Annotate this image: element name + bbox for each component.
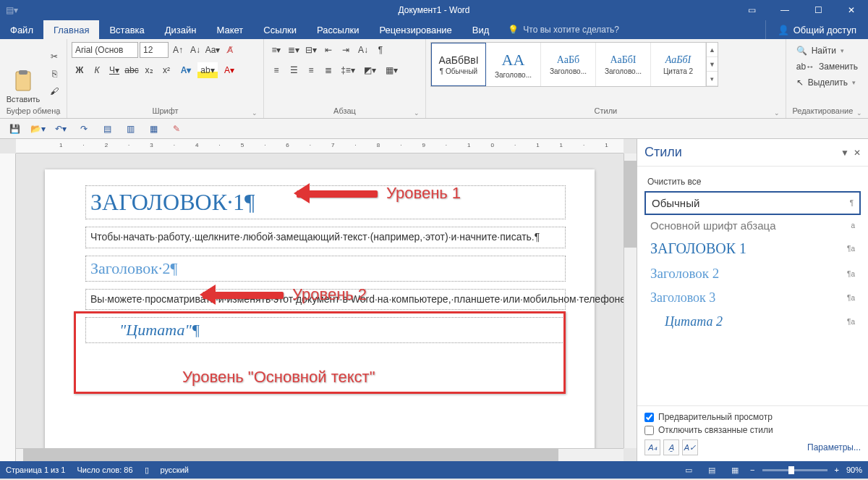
- show-marks-button[interactable]: ¶: [373, 42, 388, 58]
- tab-file[interactable]: Файл: [0, 20, 43, 39]
- highlight-button[interactable]: ab▾: [197, 62, 218, 78]
- ribbon-display-options-icon[interactable]: ▭: [735, 0, 768, 20]
- page[interactable]: ЗАГОЛОВОК·1¶ Чтобы·начать·работу,·щелкни…: [45, 169, 595, 461]
- style-row-normal[interactable]: Обычный¶: [644, 191, 861, 215]
- horizontal-scrollbar[interactable]: [16, 448, 624, 461]
- align-right-button[interactable]: ≡: [303, 62, 319, 78]
- heading2-text[interactable]: Заголовок·2¶: [90, 259, 561, 278]
- close-button[interactable]: ✕: [835, 0, 868, 20]
- zoom-in-button[interactable]: +: [835, 466, 839, 474]
- clear-format-button[interactable]: ✎: [168, 120, 185, 138]
- font-size-combo[interactable]: 12: [140, 42, 169, 58]
- tab-view[interactable]: Вид: [462, 20, 500, 39]
- new-button[interactable]: ▤: [98, 120, 116, 138]
- style-row-default-font[interactable]: Основной шрифт абзацаa: [644, 215, 861, 236]
- style-row-h3[interactable]: Заголовок 3¶a: [644, 286, 861, 310]
- vertical-scrollbar[interactable]: [624, 153, 637, 448]
- style-row-h2[interactable]: Заголовок 2¶a: [644, 261, 861, 286]
- qat-button-1[interactable]: ▥: [122, 120, 139, 138]
- zoom-out-button[interactable]: −: [750, 466, 754, 474]
- select-button[interactable]: ↖Выделить▾: [796, 75, 858, 90]
- tab-insert[interactable]: Вставка: [99, 20, 154, 39]
- style-quote2[interactable]: АаБбІ Цитата 2: [651, 43, 706, 86]
- strikethrough-button[interactable]: abc: [124, 62, 140, 78]
- pane-close-icon[interactable]: ✕: [854, 148, 861, 158]
- read-mode-icon[interactable]: ▭: [681, 463, 697, 476]
- replace-button[interactable]: ab↔Заменить: [796, 59, 858, 74]
- font-color-button[interactable]: A▾: [219, 62, 239, 78]
- language-indicator[interactable]: русский: [161, 466, 189, 474]
- style-row-quote2[interactable]: Цитата 2¶a: [644, 310, 861, 334]
- share-button[interactable]: 👤 Общий доступ: [765, 20, 868, 39]
- print-layout-icon[interactable]: ▤: [704, 463, 720, 476]
- align-center-button[interactable]: ☰: [286, 62, 302, 78]
- justify-button[interactable]: ≣: [320, 62, 336, 78]
- options-link[interactable]: Параметры...: [807, 442, 861, 452]
- chevron-up-icon[interactable]: ▲: [707, 43, 718, 57]
- ribbon-options-icon[interactable]: ▤▾: [6, 5, 18, 15]
- format-painter-button[interactable]: 🖌: [46, 83, 62, 99]
- borders-button[interactable]: ▦▾: [381, 62, 401, 78]
- zoom-level[interactable]: 90%: [846, 466, 862, 474]
- font-name-combo[interactable]: Arial (Основ: [72, 42, 138, 58]
- web-layout-icon[interactable]: ▦: [727, 463, 743, 476]
- style-heading1[interactable]: AA Заголово...: [486, 43, 541, 86]
- word-count[interactable]: Число слов: 86: [77, 466, 132, 474]
- style-heading3[interactable]: АаБбІ Заголово...: [596, 43, 651, 86]
- spellcheck-icon[interactable]: ▯: [145, 466, 149, 475]
- bullets-button[interactable]: ≡▾: [268, 42, 284, 58]
- page-indicator[interactable]: Страница 1 из 1: [6, 466, 65, 474]
- minimize-button[interactable]: —: [768, 0, 801, 20]
- manage-styles-icon[interactable]: A✓: [682, 439, 698, 455]
- bold-button[interactable]: Ж: [72, 62, 88, 78]
- tab-design[interactable]: Дизайн: [155, 20, 207, 39]
- superscript-button[interactable]: x²: [158, 62, 174, 78]
- tab-references[interactable]: Ссылки: [253, 20, 307, 39]
- paste-button[interactable]: Вставить: [4, 42, 42, 105]
- copy-button[interactable]: ⎘: [46, 66, 62, 82]
- pane-dropdown-icon[interactable]: ▼: [841, 148, 849, 158]
- tab-review[interactable]: Рецензирование: [369, 20, 461, 39]
- styles-gallery[interactable]: АаБбВвІ ¶ Обычный AA Заголово... АаБб За…: [430, 42, 718, 87]
- save-button[interactable]: 💾: [6, 120, 23, 138]
- italic-button[interactable]: К: [89, 62, 105, 78]
- document-scroll[interactable]: ЗАГОЛОВОК·1¶ Чтобы·начать·работу,·щелкни…: [16, 153, 624, 461]
- preview-checkbox[interactable]: Предварительный просмотр: [644, 412, 861, 422]
- tab-home[interactable]: Главная: [43, 20, 99, 39]
- horizontal-ruler[interactable]: 1·2·3·4·5·6·7·8·9·10·11·12·13·14·15·16·1…: [16, 139, 624, 153]
- expand-gallery-icon[interactable]: ▾: [707, 72, 718, 86]
- shading-button[interactable]: ◩▾: [359, 62, 380, 78]
- disable-linked-checkbox[interactable]: Отключить связанные стили: [644, 425, 861, 435]
- decrease-indent-button[interactable]: ⇤: [320, 42, 336, 58]
- multilevel-button[interactable]: ⊟▾: [303, 42, 319, 58]
- maximize-button[interactable]: ☐: [801, 0, 835, 20]
- style-row-h1[interactable]: ЗАГОЛОВОК 1¶a: [644, 236, 861, 261]
- open-button[interactable]: 📂▾: [29, 120, 46, 138]
- find-button[interactable]: 🔍Найти▾: [796, 43, 858, 58]
- style-inspector-icon[interactable]: A̱: [663, 439, 679, 455]
- redo-button[interactable]: ↷: [75, 120, 93, 138]
- vertical-ruler[interactable]: [0, 153, 16, 461]
- style-normal[interactable]: АаБбВвІ ¶ Обычный: [431, 43, 486, 86]
- body1-text[interactable]: Чтобы·начать·работу,·щелкните·любой·заме…: [90, 230, 561, 245]
- numbering-button[interactable]: ≣▾: [286, 42, 302, 58]
- undo-button[interactable]: ↶▾: [52, 120, 69, 138]
- subscript-button[interactable]: x₂: [141, 62, 157, 78]
- underline-button[interactable]: Ч▾: [106, 62, 122, 78]
- tab-mailings[interactable]: Рассылки: [307, 20, 369, 39]
- chevron-down-icon[interactable]: ▼: [707, 57, 718, 72]
- clear-all-button[interactable]: Очистить все: [644, 172, 861, 191]
- cut-button[interactable]: ✂: [46, 49, 62, 64]
- align-left-button[interactable]: ≡: [268, 62, 284, 78]
- grow-font-button[interactable]: A↑: [170, 42, 186, 58]
- shrink-font-button[interactable]: A↓: [187, 42, 203, 58]
- tab-layout[interactable]: Макет: [206, 20, 253, 39]
- styles-gallery-more[interactable]: ▲ ▼ ▾: [706, 43, 718, 86]
- zoom-slider[interactable]: [762, 469, 827, 471]
- sort-button[interactable]: A↓: [355, 42, 371, 58]
- new-style-icon[interactable]: A₄: [644, 439, 660, 455]
- tell-me-search[interactable]: 💡 Что вы хотите сделать?: [499, 20, 765, 39]
- line-spacing-button[interactable]: ‡≡▾: [338, 62, 358, 78]
- change-case-button[interactable]: Aa▾: [205, 42, 221, 58]
- style-heading2[interactable]: АаБб Заголово...: [541, 43, 596, 86]
